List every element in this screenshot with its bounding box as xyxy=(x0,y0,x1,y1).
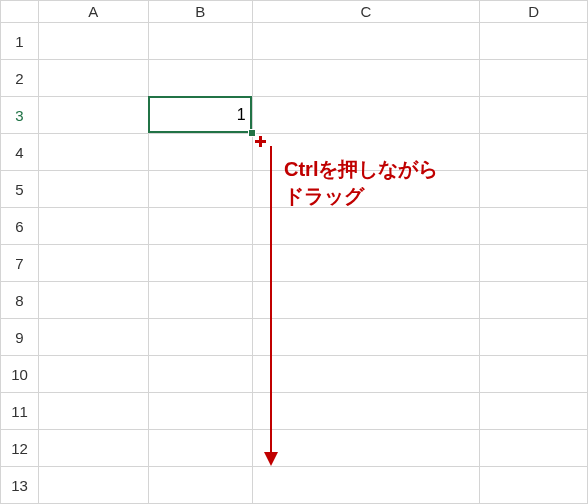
row-header-13[interactable]: 13 xyxy=(1,467,39,504)
cell-C8[interactable] xyxy=(252,282,480,319)
col-header-C[interactable]: C xyxy=(252,1,480,23)
cell-B6[interactable] xyxy=(148,208,252,245)
cell-B8[interactable] xyxy=(148,282,252,319)
col-header-B[interactable]: B xyxy=(148,1,252,23)
row-8: 8 xyxy=(1,282,588,319)
cell-D3[interactable] xyxy=(480,97,588,134)
cell-D4[interactable] xyxy=(480,134,588,171)
fill-handle[interactable] xyxy=(248,129,256,137)
cell-A1[interactable] xyxy=(38,23,148,60)
cell-D13[interactable] xyxy=(480,467,588,504)
cell-A3[interactable] xyxy=(38,97,148,134)
row-6: 6 xyxy=(1,208,588,245)
row-3: 3 1 xyxy=(1,97,588,134)
cell-B4[interactable] xyxy=(148,134,252,171)
cell-B3[interactable]: 1 xyxy=(148,97,252,134)
cell-C10[interactable] xyxy=(252,356,480,393)
spreadsheet-grid[interactable]: A B C D 1 2 No 氏名 3 1 4 5 6 7 8 9 10 11 … xyxy=(0,0,588,504)
row-header-9[interactable]: 9 xyxy=(1,319,39,356)
column-header-row: A B C D xyxy=(1,1,588,23)
cell-A9[interactable] xyxy=(38,319,148,356)
cell-C2-header-name[interactable]: 氏名 xyxy=(252,60,480,97)
cell-D6[interactable] xyxy=(480,208,588,245)
row-10: 10 xyxy=(1,356,588,393)
cell-B9[interactable] xyxy=(148,319,252,356)
cell-D10[interactable] xyxy=(480,356,588,393)
cell-A2[interactable] xyxy=(38,60,148,97)
row-11: 11 xyxy=(1,393,588,430)
cell-B2-header-no[interactable]: No xyxy=(148,60,252,97)
cell-B1[interactable] xyxy=(148,23,252,60)
cell-D8[interactable] xyxy=(480,282,588,319)
cell-C1[interactable] xyxy=(252,23,480,60)
cell-D12[interactable] xyxy=(480,430,588,467)
row-header-4[interactable]: 4 xyxy=(1,134,39,171)
row-2: 2 No 氏名 xyxy=(1,60,588,97)
cell-C9[interactable] xyxy=(252,319,480,356)
cell-B12[interactable] xyxy=(148,430,252,467)
row-header-5[interactable]: 5 xyxy=(1,171,39,208)
row-12: 12 xyxy=(1,430,588,467)
select-all-corner[interactable] xyxy=(1,1,39,23)
cell-B11[interactable] xyxy=(148,393,252,430)
row-1: 1 xyxy=(1,23,588,60)
cell-A7[interactable] xyxy=(38,245,148,282)
row-13: 13 xyxy=(1,467,588,504)
row-7: 7 xyxy=(1,245,588,282)
row-header-7[interactable]: 7 xyxy=(1,245,39,282)
cell-D11[interactable] xyxy=(480,393,588,430)
cell-B7[interactable] xyxy=(148,245,252,282)
cell-A10[interactable] xyxy=(38,356,148,393)
cell-A6[interactable] xyxy=(38,208,148,245)
cell-C11[interactable] xyxy=(252,393,480,430)
col-header-A[interactable]: A xyxy=(38,1,148,23)
cell-A11[interactable] xyxy=(38,393,148,430)
row-header-11[interactable]: 11 xyxy=(1,393,39,430)
cell-A5[interactable] xyxy=(38,171,148,208)
cell-B13[interactable] xyxy=(148,467,252,504)
cell-D5[interactable] xyxy=(480,171,588,208)
cell-A4[interactable] xyxy=(38,134,148,171)
row-header-3[interactable]: 3 xyxy=(1,97,39,134)
cell-C7[interactable] xyxy=(252,245,480,282)
row-header-8[interactable]: 8 xyxy=(1,282,39,319)
cell-C12[interactable] xyxy=(252,430,480,467)
cell-C6[interactable] xyxy=(252,208,480,245)
cell-A13[interactable] xyxy=(38,467,148,504)
row-header-12[interactable]: 12 xyxy=(1,430,39,467)
cell-C3[interactable] xyxy=(252,97,480,134)
row-9: 9 xyxy=(1,319,588,356)
cell-D1[interactable] xyxy=(480,23,588,60)
cell-D9[interactable] xyxy=(480,319,588,356)
row-header-10[interactable]: 10 xyxy=(1,356,39,393)
cell-A8[interactable] xyxy=(38,282,148,319)
annotation-line-1: Ctrlを押しながら xyxy=(284,158,438,180)
row-header-1[interactable]: 1 xyxy=(1,23,39,60)
col-header-D[interactable]: D xyxy=(480,1,588,23)
cell-B10[interactable] xyxy=(148,356,252,393)
annotation-arrow-line xyxy=(270,146,272,456)
cell-A12[interactable] xyxy=(38,430,148,467)
cell-D2[interactable] xyxy=(480,60,588,97)
row-header-2[interactable]: 2 xyxy=(1,60,39,97)
annotation-arrow-head-icon xyxy=(264,452,278,466)
cell-C13[interactable] xyxy=(252,467,480,504)
annotation-callout: Ctrlを押しながら ドラッグ xyxy=(284,156,438,210)
cell-B5[interactable] xyxy=(148,171,252,208)
row-header-6[interactable]: 6 xyxy=(1,208,39,245)
cell-D7[interactable] xyxy=(480,245,588,282)
annotation-line-2: ドラッグ xyxy=(284,185,364,207)
